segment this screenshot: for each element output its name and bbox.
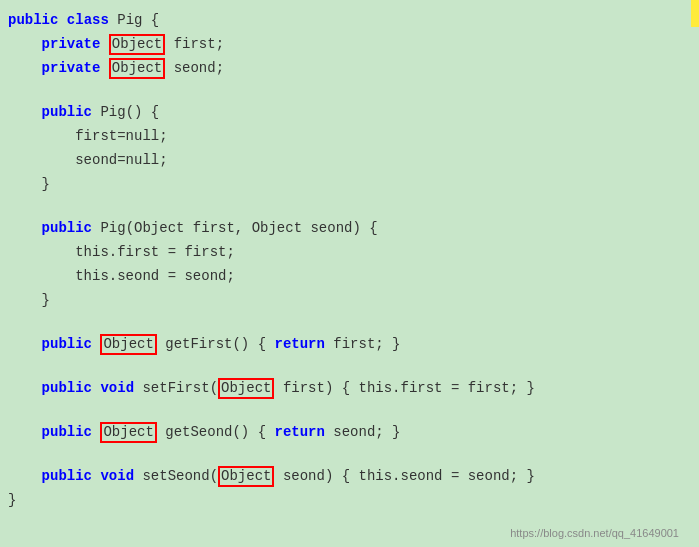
highlight-object-6: Object [218, 466, 274, 487]
code-line-4 [0, 80, 699, 100]
highlight-object-1: Object [109, 34, 165, 55]
code-line-13: } [0, 288, 699, 312]
code-line-22: } [0, 488, 699, 512]
line-content-2: private Object first; [0, 33, 699, 55]
line-content-6: first=null; [0, 125, 699, 147]
line-content-13: } [0, 289, 699, 311]
code-line-11: this.first = first; [0, 240, 699, 264]
line-content-7: seond=null; [0, 149, 699, 171]
line-content-19: public Object getSeond() { return seond;… [0, 421, 699, 443]
code-line-18 [0, 400, 699, 420]
code-line-21: public void setSeond(Object seond) { thi… [0, 464, 699, 488]
code-line-10: public Pig(Object first, Object seond) { [0, 216, 699, 240]
line-content-21: public void setSeond(Object seond) { thi… [0, 465, 699, 487]
code-line-5: public Pig() { [0, 100, 699, 124]
code-container: public class Pig { private Object first;… [0, 0, 699, 547]
code-line-6: first=null; [0, 124, 699, 148]
line-content-3: private Object seond; [0, 57, 699, 79]
code-line-3: private Object seond; [0, 56, 699, 80]
code-line-12: this.seond = seond; [0, 264, 699, 288]
code-line-20 [0, 444, 699, 464]
code-line-19: public Object getSeond() { return seond;… [0, 420, 699, 444]
line-content-8: } [0, 173, 699, 195]
code-line-2: private Object first; [0, 32, 699, 56]
code-line-7: seond=null; [0, 148, 699, 172]
line-content-22: } [0, 489, 699, 511]
scrollbar-indicator[interactable] [691, 0, 699, 547]
line-content-5: public Pig() { [0, 101, 699, 123]
code-line-15: public Object getFirst() { return first;… [0, 332, 699, 356]
code-line-1: public class Pig { [0, 8, 699, 32]
line-content-1: public class Pig { [0, 9, 699, 31]
code-line-14 [0, 312, 699, 332]
line-content-11: this.first = first; [0, 241, 699, 263]
highlight-object-4: Object [218, 378, 274, 399]
highlight-object-2: Object [109, 58, 165, 79]
line-content-15: public Object getFirst() { return first;… [0, 333, 699, 355]
code-line-16 [0, 356, 699, 376]
line-content-12: this.seond = seond; [0, 265, 699, 287]
line-content-10: public Pig(Object first, Object seond) { [0, 217, 699, 239]
code-line-9 [0, 196, 699, 216]
watermark: https://blog.csdn.net/qq_41649001 [510, 527, 679, 539]
highlight-object-5: Object [100, 422, 156, 443]
highlight-object-3: Object [100, 334, 156, 355]
code-line-17: public void setFirst(Object first) { thi… [0, 376, 699, 400]
line-content-17: public void setFirst(Object first) { thi… [0, 377, 699, 399]
code-line-8: } [0, 172, 699, 196]
